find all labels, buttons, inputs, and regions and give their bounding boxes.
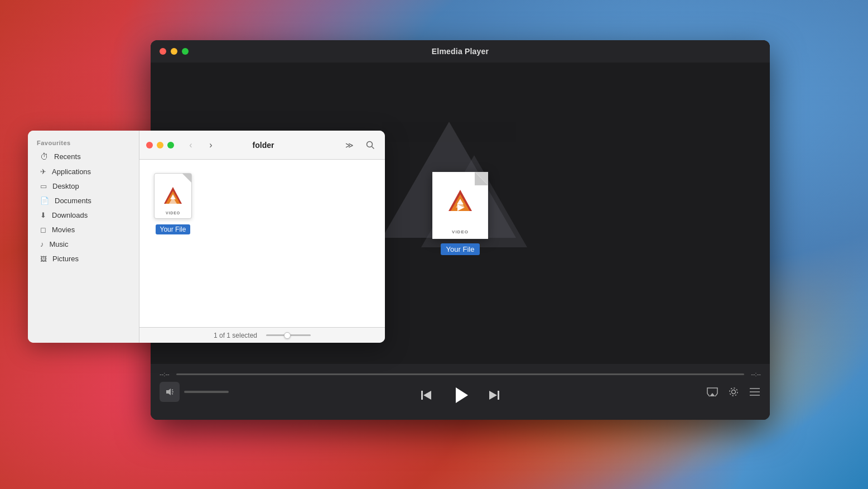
- finder-traffic-lights: [146, 142, 174, 148]
- sidebar-label-downloads: Downloads: [52, 211, 88, 219]
- progress-bar-area: --:-- --:--: [160, 364, 761, 377]
- finder-elmedia-logo: [163, 186, 183, 206]
- player-titlebar: Elmedia Player: [151, 40, 770, 63]
- airplay-button[interactable]: [706, 386, 718, 398]
- sidebar-resize-handle[interactable]: [137, 131, 139, 343]
- next-icon: [486, 387, 501, 403]
- sidebar-label-documents: Documents: [55, 196, 91, 205]
- playlist-button[interactable]: [749, 386, 761, 398]
- gear-icon: [727, 386, 740, 398]
- svg-marker-17: [489, 391, 497, 400]
- svg-line-10: [172, 390, 173, 390]
- svg-marker-18: [710, 393, 715, 396]
- downloads-icon: ⬇: [40, 211, 46, 219]
- sidebar-label-music: Music: [50, 240, 69, 248]
- play-button[interactable]: [448, 383, 472, 408]
- finder-content: VIDEO Your File: [139, 160, 385, 327]
- sidebar-label-desktop: Desktop: [52, 182, 79, 190]
- sidebar-item-music[interactable]: ♪ Music: [31, 237, 136, 251]
- applications-icon: ✈: [40, 167, 46, 176]
- progress-track[interactable]: [176, 373, 745, 375]
- finder-search-button[interactable]: [363, 137, 378, 153]
- player-maximize-button[interactable]: [182, 48, 189, 55]
- finder-window: Favourites ⏱ Recents ✈ Applications ▭ De…: [28, 131, 385, 343]
- sidebar-item-recents[interactable]: ⏱ Recents: [31, 149, 136, 164]
- finder-doc-icon: VIDEO: [154, 173, 192, 219]
- search-icon: [366, 141, 375, 150]
- finder-toolbar: ‹ › folder ≫: [139, 131, 385, 160]
- sidebar-label-recents: Recents: [54, 152, 81, 161]
- volume-button[interactable]: [160, 382, 180, 402]
- finder-close-button[interactable]: [146, 142, 153, 148]
- svg-point-21: [732, 390, 736, 394]
- finder-view-options-button[interactable]: ≫: [341, 137, 357, 153]
- music-icon: ♪: [40, 240, 44, 248]
- play-icon: [448, 383, 472, 408]
- finder-doc-type-label: VIDEO: [166, 211, 180, 215]
- svg-rect-16: [498, 391, 499, 400]
- sidebar-label-applications: Applications: [52, 167, 91, 176]
- svg-point-26: [367, 141, 373, 147]
- prev-icon: [419, 387, 435, 403]
- player-minimize-button[interactable]: [171, 48, 177, 55]
- svg-marker-14: [423, 391, 431, 400]
- svg-line-12: [172, 394, 173, 394]
- sidebar-section-favourites: Favourites: [28, 137, 139, 148]
- recents-icon: ⏱: [40, 152, 49, 161]
- finder-sidebar: Favourites ⏱ Recents ✈ Applications ▭ De…: [28, 131, 139, 343]
- speaker-icon: [165, 387, 174, 396]
- slider-track: [266, 334, 311, 336]
- sidebar-item-documents[interactable]: 📄 Documents: [31, 194, 136, 208]
- player-title: Elmedia Player: [432, 47, 489, 56]
- svg-line-19: [707, 394, 710, 396]
- sidebar-item-applications[interactable]: ✈ Applications: [31, 165, 136, 179]
- sidebar-item-desktop[interactable]: ▭ Desktop: [31, 179, 136, 193]
- time-end: --:--: [751, 371, 761, 377]
- airplay-icon: [706, 386, 718, 398]
- svg-line-27: [372, 146, 374, 148]
- player-file-icon: VIDEO: [432, 172, 488, 239]
- playlist-icon: [749, 386, 761, 398]
- documents-icon: 📄: [40, 196, 49, 205]
- finder-file-icon-container: VIDEO: [151, 171, 195, 221]
- controls-center: [419, 383, 501, 408]
- finder-status-text: 1 of 1 selected: [214, 332, 257, 339]
- controls-right: [706, 386, 761, 398]
- finder-maximize-button[interactable]: [167, 142, 174, 148]
- finder-statusbar: 1 of 1 selected: [139, 327, 385, 343]
- sidebar-item-movies[interactable]: ◻ Movies: [31, 223, 136, 237]
- player-close-button[interactable]: [160, 48, 166, 55]
- svg-point-22: [730, 388, 737, 396]
- controls-left: [160, 382, 229, 402]
- player-filename-badge: Your File: [441, 243, 480, 255]
- finder-file-name: Your File: [156, 224, 191, 234]
- volume-slider[interactable]: [184, 391, 229, 393]
- controls-row: [160, 377, 761, 406]
- finder-toolbar-right: ≫: [341, 137, 378, 153]
- svg-marker-15: [456, 387, 468, 403]
- pictures-icon: 🖼: [40, 255, 47, 263]
- svg-rect-13: [421, 391, 423, 400]
- sidebar-label-movies: Movies: [52, 226, 75, 234]
- time-start: --:--: [160, 371, 170, 377]
- finder-icon-size-slider[interactable]: [266, 334, 311, 336]
- slider-thumb: [284, 332, 291, 339]
- settings-button[interactable]: [727, 386, 740, 398]
- sidebar-label-pictures: Pictures: [52, 255, 79, 263]
- finder-main: ‹ › folder ≫: [139, 131, 385, 343]
- sidebar-item-downloads[interactable]: ⬇ Downloads: [31, 208, 136, 222]
- finder-minimize-button[interactable]: [157, 142, 163, 148]
- svg-line-20: [715, 394, 717, 396]
- next-track-button[interactable]: [486, 387, 501, 403]
- finder-file-item[interactable]: VIDEO Your File: [151, 171, 195, 234]
- player-controls-bar: --:-- --:--: [151, 364, 770, 420]
- movies-icon: ◻: [40, 226, 46, 234]
- finder-folder-title: folder: [190, 141, 337, 150]
- player-doc-type-label: VIDEO: [452, 229, 469, 234]
- player-traffic-lights: [160, 48, 189, 55]
- desktop-icon: ▭: [40, 182, 47, 190]
- prev-track-button[interactable]: [419, 387, 435, 403]
- player-elmedia-logo: [447, 189, 473, 214]
- svg-marker-9: [166, 389, 171, 395]
- sidebar-item-pictures[interactable]: 🖼 Pictures: [31, 252, 136, 266]
